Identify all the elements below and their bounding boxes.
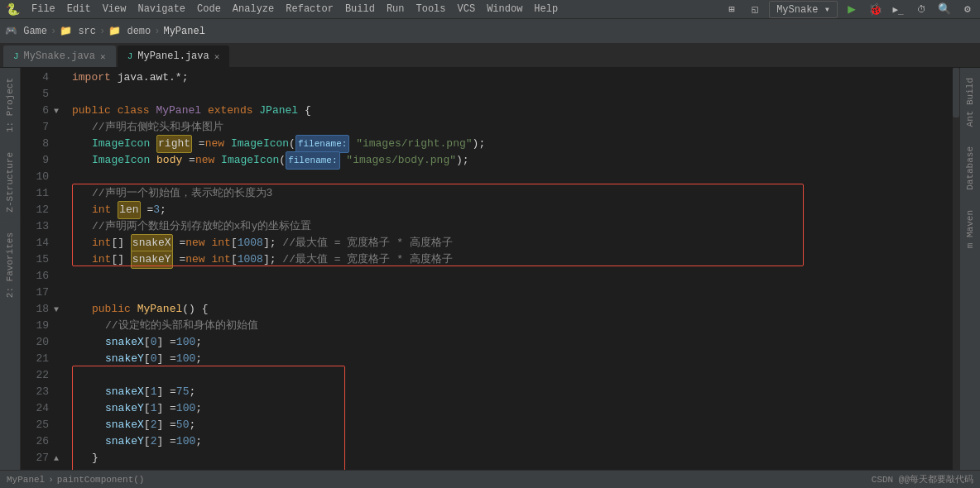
- code-line-8[interactable]: ImageIcon right = new ImageIcon( filenam…: [65, 136, 953, 152]
- more-button[interactable]: ⚙: [958, 0, 977, 18]
- code-line-10[interactable]: [65, 169, 953, 185]
- code-line-20[interactable]: snakeX[0] = 100;: [65, 334, 953, 351]
- code-line-19[interactable]: //设定蛇的头部和身体的初始值: [65, 318, 953, 334]
- ln-20: 20: [26, 334, 49, 351]
- menu-window[interactable]: Window: [482, 2, 527, 17]
- ln-9: 9: [26, 152, 49, 169]
- code-line-21[interactable]: snakeY[0] = 100;: [65, 351, 953, 367]
- code-line-25[interactable]: snakeX[2] = 50;: [65, 417, 953, 433]
- bc-src[interactable]: 📁 src: [60, 25, 96, 37]
- code-line-24[interactable]: snakeY[1] = 100;: [65, 400, 953, 417]
- code-line-16[interactable]: [65, 268, 953, 285]
- highlight-snakex: snakeX: [131, 234, 173, 252]
- tab-mysnake-icon: J: [13, 51, 19, 61]
- bc-demo[interactable]: 📁 demo: [108, 25, 151, 37]
- code-line-7[interactable]: //声明右侧蛇头和身体图片: [65, 119, 953, 136]
- menu-view[interactable]: View: [98, 2, 132, 17]
- app-icon: 🐍: [3, 0, 22, 18]
- menu-tools[interactable]: Tools: [411, 2, 451, 17]
- right-panel-labels: Ant Build Database m Maven: [959, 68, 980, 470]
- code-line-4[interactable]: import java.awt.*;: [65, 69, 953, 86]
- tabs-bar: J MySnake.java ✕ J MyPanel.java ✕: [0, 43, 980, 68]
- status-paintcomponent: paintComponent(): [57, 475, 145, 485]
- fold-18[interactable]: ▼: [54, 305, 59, 314]
- menu-code[interactable]: Code: [192, 2, 226, 17]
- menu-analyze[interactable]: Analyze: [228, 2, 279, 17]
- code-line-23[interactable]: snakeX[1] = 75;: [65, 384, 953, 400]
- ln-23: 23: [26, 384, 49, 400]
- code-line-15[interactable]: int[] snakeY = new int[1008]; //最大值 = 宽度…: [65, 251, 953, 268]
- code-line-9[interactable]: ImageIcon body = new ImageIcon( filename…: [65, 152, 953, 169]
- menu-help[interactable]: Help: [529, 2, 563, 17]
- fold-markers: ▼ ▼ ▲: [54, 68, 65, 470]
- status-bar: MyPanel › paintComponent() CSDN @@每天都要敲代…: [0, 470, 980, 488]
- highlight-snakey: snakeY: [131, 251, 173, 269]
- bc-game[interactable]: 🎮 Game: [5, 25, 47, 37]
- ln-21: 21: [26, 351, 49, 367]
- code-line-6[interactable]: public class MyPanel extends JPanel {: [65, 103, 953, 119]
- ln-11: 11: [26, 185, 49, 202]
- ln-10: 10: [26, 169, 49, 185]
- ln-24: 24: [26, 400, 49, 417]
- code-line-12[interactable]: int len = 3;: [65, 202, 953, 218]
- run-button[interactable]: ▶: [843, 0, 861, 18]
- panel-ant-build[interactable]: Ant Build: [960, 68, 980, 136]
- tab-mypanel-label: MyPanel.java: [137, 50, 209, 62]
- mini-scrollbar[interactable]: [953, 68, 959, 470]
- code-line-22[interactable]: [65, 367, 953, 384]
- highlight-right: right: [156, 135, 192, 153]
- menu-run[interactable]: Run: [382, 2, 410, 17]
- code-line-26[interactable]: snakeY[2] = 100;: [65, 433, 953, 450]
- panel-favorites-label: 2: Favorites: [2, 227, 17, 303]
- code-line-18[interactable]: public MyPanel() {: [65, 301, 953, 318]
- run-config-selector[interactable]: MySnake ▾: [769, 1, 838, 18]
- panel-maven[interactable]: m Maven: [960, 200, 980, 258]
- panel-project-label: 1: Project: [2, 73, 17, 137]
- code-line-5[interactable]: [65, 86, 953, 103]
- main-area: 1: Project Z-Structure 2: Favorites 4 5 …: [0, 68, 980, 470]
- ln-26: 26: [26, 433, 49, 450]
- menu-edit[interactable]: Edit: [62, 2, 96, 17]
- ln-16: 16: [26, 268, 49, 285]
- panel-structure[interactable]: Z-Structure: [0, 142, 20, 222]
- watermark: CSDN @@每天都要敲代码: [872, 473, 973, 486]
- code-line-17[interactable]: [65, 285, 953, 301]
- ln-12: 12: [26, 202, 49, 218]
- debug-button[interactable]: 🐞: [866, 0, 884, 18]
- tab-mysnake[interactable]: J MySnake.java ✕: [3, 45, 116, 67]
- ln-13: 13: [26, 218, 49, 235]
- panel-database[interactable]: Database: [960, 136, 980, 200]
- code-area[interactable]: import java.awt.*; public class MyPanel …: [65, 68, 953, 470]
- code-line-13[interactable]: //声明两个数组分别存放蛇的x和y的坐标位置: [65, 218, 953, 235]
- code-line-14[interactable]: int[] snakeX = new int[1008]; //最大值 = 宽度…: [65, 235, 953, 251]
- fold-6[interactable]: ▼: [54, 107, 59, 116]
- menu-navigate[interactable]: Navigate: [132, 2, 190, 17]
- menu-bar: 🐍 File Edit View Navigate Code Analyze R…: [0, 0, 980, 18]
- panel-favorites[interactable]: 2: Favorites: [0, 222, 20, 308]
- menu-build[interactable]: Build: [340, 2, 380, 17]
- line-numbers: 4 5 6 7 8 9 10 11 12 13 14 15 16 17 18 1…: [21, 68, 54, 470]
- tab-mypanel-close[interactable]: ✕: [214, 51, 220, 62]
- menu-file[interactable]: File: [26, 2, 60, 17]
- menu-refactor[interactable]: Refactor: [281, 2, 339, 17]
- panel-project[interactable]: 1: Project: [0, 68, 20, 142]
- code-line-27[interactable]: }: [65, 450, 953, 466]
- tab-mysnake-close[interactable]: ✕: [100, 51, 106, 62]
- bc-mypanel[interactable]: MyPanel: [163, 26, 204, 37]
- search-button[interactable]: 🔍: [935, 0, 954, 18]
- code-line-11[interactable]: //声明一个初始值，表示蛇的长度为3: [65, 185, 953, 202]
- ln-27: 27: [26, 450, 49, 466]
- profile-button[interactable]: ⏱: [912, 0, 930, 18]
- breadcrumb: 🎮 Game › 📁 src › 📁 demo › MyPanel: [5, 25, 205, 37]
- ln-19: 19: [26, 318, 49, 334]
- coverage-button[interactable]: ▶̲: [889, 0, 907, 18]
- tab-mypanel[interactable]: J MyPanel.java ✕: [118, 45, 230, 67]
- ln-14: 14: [26, 235, 49, 251]
- menu-vcs[interactable]: VCS: [453, 2, 481, 17]
- fold-27[interactable]: ▲: [54, 454, 59, 463]
- breadcrumb-toolbar: 🎮 Game › 📁 src › 📁 demo › MyPanel: [0, 18, 980, 43]
- toolbar-btn-1[interactable]: ⊞: [723, 0, 741, 18]
- toolbar-btn-2[interactable]: ◱: [746, 0, 764, 18]
- ln-5: 5: [26, 86, 49, 103]
- ln-8: 8: [26, 136, 49, 152]
